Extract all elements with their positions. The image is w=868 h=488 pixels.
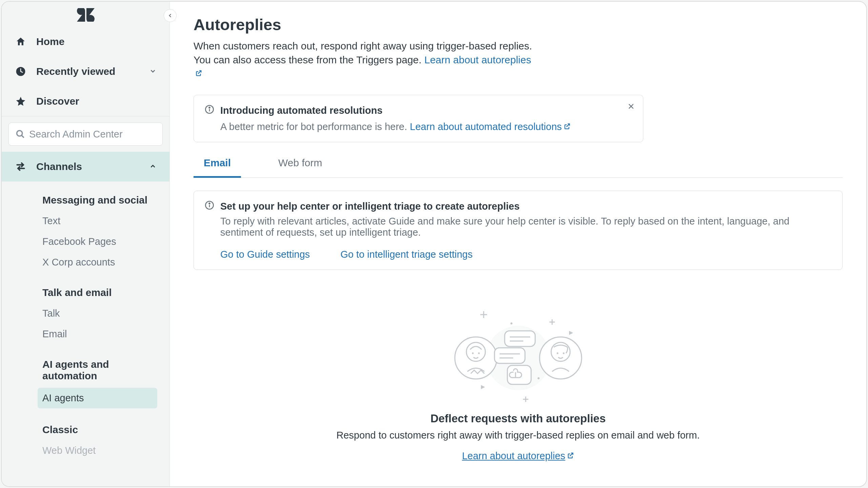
tab-webform[interactable]: Web form	[268, 157, 332, 178]
close-callout-button[interactable]	[627, 103, 635, 111]
empty-desc: Respond to customers right away with tri…	[337, 430, 700, 441]
svg-point-32	[563, 352, 564, 354]
svg-rect-36	[494, 348, 525, 363]
svg-marker-21	[569, 331, 573, 335]
svg-point-12	[209, 203, 210, 204]
search-wrap	[2, 116, 169, 152]
nav-discover[interactable]: Discover	[2, 86, 169, 116]
tabs: Email Web form	[194, 157, 843, 178]
close-icon	[627, 103, 635, 110]
nav-channels-label: Channels	[36, 161, 82, 172]
empty-learn-link[interactable]: Learn about autoreplies	[462, 450, 574, 462]
nav-recently-viewed-label: Recently viewed	[36, 66, 115, 77]
svg-rect-33	[505, 331, 535, 346]
empty-title: Deflect requests with autoreplies	[430, 412, 606, 425]
intro-callout: Introducing automated resolutions A bett…	[194, 95, 643, 142]
info-icon	[205, 200, 214, 212]
svg-point-3	[17, 131, 22, 136]
setup-callout-desc: To reply with relevant articles, activat…	[205, 216, 831, 238]
nav-recently-viewed[interactable]: Recently viewed	[2, 57, 169, 86]
nav-channels[interactable]: Channels	[2, 152, 169, 182]
empty-state: Deflect requests with autoreplies Respon…	[194, 307, 843, 462]
sidebar-item-facebook[interactable]: Facebook Pages	[2, 231, 169, 252]
svg-point-9	[209, 107, 210, 108]
nav-home-label: Home	[36, 36, 64, 47]
info-icon	[205, 105, 214, 116]
star-icon	[15, 95, 27, 107]
chevron-down-icon	[149, 66, 157, 77]
clock-icon	[15, 65, 27, 78]
group-talk-title: Talk and email	[2, 281, 169, 303]
search-box[interactable]	[8, 123, 163, 146]
svg-point-24	[538, 377, 540, 379]
svg-marker-22	[481, 385, 485, 389]
sidebar-item-text[interactable]: Text	[2, 211, 169, 231]
external-link-icon	[567, 450, 574, 462]
setup-callout-title: Set up your help center or intelligent t…	[220, 201, 520, 212]
external-link-icon	[195, 67, 202, 81]
chevron-left-icon	[167, 13, 173, 19]
go-guide-settings-link[interactable]: Go to Guide settings	[220, 249, 310, 260]
main-content: Autoreplies When customers reach out, re…	[170, 2, 866, 486]
intro-callout-body: A better metric for bot performance is h…	[220, 121, 410, 132]
sidebar-item-email[interactable]: Email	[2, 324, 169, 344]
setup-callout: Set up your help center or intelligent t…	[194, 191, 843, 270]
learn-automated-resolutions-label: Learn about automated resolutions	[410, 121, 562, 132]
group-ai-title: AI agents and automation	[2, 353, 169, 386]
sidebar: Home Recently viewed Discover	[2, 2, 170, 486]
nav-home[interactable]: Home	[2, 27, 169, 57]
search-input[interactable]	[29, 129, 156, 140]
app-frame: Home Recently viewed Discover	[1, 1, 867, 487]
learn-automated-resolutions-link[interactable]: Learn about automated resolutions	[410, 121, 570, 132]
chevron-up-icon	[149, 161, 157, 172]
external-link-icon	[563, 121, 571, 132]
search-icon	[16, 129, 25, 139]
page-description: When customers reach out, respond right …	[194, 39, 539, 81]
empty-learn-label: Learn about autoreplies	[462, 450, 565, 461]
svg-point-28	[478, 352, 480, 354]
go-triage-settings-link[interactable]: Go to intelligent triage settings	[340, 249, 472, 260]
page-title: Autoreplies	[194, 15, 843, 34]
learn-autoreplies-label: Learn about autoreplies	[424, 54, 531, 65]
svg-point-23	[510, 322, 512, 324]
home-icon	[15, 36, 27, 48]
svg-point-27	[472, 352, 473, 354]
group-classic-title: Classic	[2, 418, 169, 440]
group-messaging-title: Messaging and social	[2, 188, 169, 211]
zendesk-logo	[2, 6, 169, 23]
sidebar-item-webwidget[interactable]: Web Widget	[2, 440, 169, 461]
primary-nav: Home Recently viewed Discover	[2, 27, 169, 116]
intro-callout-title: Introducing automated resolutions	[220, 105, 383, 116]
collapse-sidebar-button[interactable]	[164, 9, 177, 22]
channels-subnav: Messaging and social Text Facebook Pages…	[2, 182, 169, 461]
sidebar-item-xcorp[interactable]: X Corp accounts	[2, 252, 169, 273]
sidebar-item-talk[interactable]: Talk	[2, 303, 169, 324]
svg-rect-39	[507, 365, 531, 384]
svg-point-31	[557, 352, 558, 354]
empty-illustration	[450, 307, 586, 402]
arrows-icon	[15, 161, 27, 173]
tab-email[interactable]: Email	[194, 157, 241, 178]
svg-line-4	[22, 135, 24, 138]
sidebar-item-ai-agents[interactable]: AI agents	[38, 388, 157, 408]
nav-discover-label: Discover	[36, 96, 79, 107]
